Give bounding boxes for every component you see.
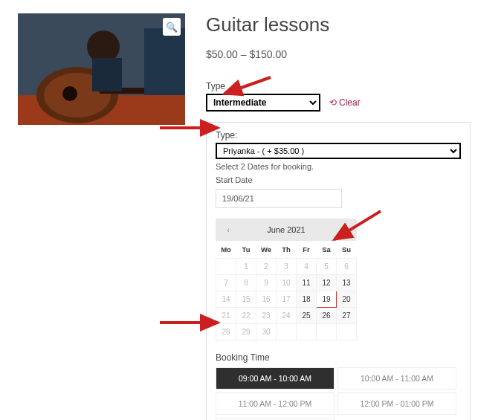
calendar-month: June 2021 bbox=[267, 225, 305, 234]
calendar-day bbox=[317, 324, 337, 340]
calendar-day: 29 bbox=[236, 324, 256, 340]
calendar-day: 28 bbox=[216, 324, 236, 340]
clear-text: Clear bbox=[339, 97, 361, 108]
calendar-day[interactable]: 27 bbox=[337, 308, 357, 324]
calendar-day: 6 bbox=[337, 259, 357, 275]
calendar-day: 3 bbox=[277, 259, 297, 275]
start-date-label: Start Date bbox=[216, 175, 461, 184]
svg-point-4 bbox=[62, 86, 77, 101]
calendar-day: 2 bbox=[256, 259, 277, 275]
calendar-day: 21 bbox=[216, 308, 236, 324]
calendar-day bbox=[277, 324, 297, 340]
calendar-dow: Fr bbox=[297, 241, 317, 259]
type-label: Type bbox=[206, 81, 486, 91]
calendar-day: 5 bbox=[317, 259, 337, 275]
calendar-day: 7 bbox=[216, 275, 236, 291]
calendar-day: 22 bbox=[236, 308, 256, 324]
calendar-dow: Mo bbox=[216, 241, 236, 259]
calendar-day: 1 bbox=[236, 259, 256, 275]
booking-panel: Type: Priyanka - ( + $35.00 ) Select 2 D… bbox=[206, 122, 471, 420]
calendar-day[interactable]: 11 bbox=[297, 275, 317, 291]
svg-rect-8 bbox=[144, 28, 185, 95]
time-slot[interactable]: 11:00 AM - 12:00 PM bbox=[216, 392, 335, 415]
calendar-day: 15 bbox=[236, 291, 256, 308]
calendar-day: 14 bbox=[216, 291, 236, 308]
price-range: $50.00 – $150.00 bbox=[206, 48, 486, 60]
time-slot[interactable]: 10:00 AM - 11:00 AM bbox=[337, 367, 456, 390]
calendar-day[interactable]: 13 bbox=[337, 275, 357, 291]
calendar-dow: Th bbox=[277, 241, 297, 259]
calendar-dow: Tu bbox=[236, 241, 256, 259]
time-slot[interactable]: 12:00 PM - 01:00 PM bbox=[337, 392, 456, 415]
time-slot[interactable]: 09:00 AM - 10:00 AM bbox=[216, 367, 335, 390]
zoom-icon[interactable]: 🔍 bbox=[163, 18, 181, 36]
calendar-day[interactable]: 18 bbox=[297, 291, 317, 308]
calendar-day: 30 bbox=[256, 324, 277, 340]
calendar-day: 10 bbox=[277, 275, 297, 291]
start-date-input[interactable] bbox=[216, 189, 342, 208]
calendar-day bbox=[297, 324, 317, 340]
calendar: ‹ June 2021 › MoTuWeThFrSaSu 12345678910… bbox=[216, 219, 357, 340]
helper-text: Select 2 Dates for booking. bbox=[216, 162, 461, 171]
calendar-day[interactable]: 25 bbox=[297, 308, 317, 324]
calendar-day: 17 bbox=[277, 291, 297, 308]
calendar-dow: We bbox=[256, 241, 277, 259]
calendar-day[interactable]: 26 bbox=[317, 308, 337, 324]
calendar-day: 24 bbox=[277, 308, 297, 324]
calendar-day: 8 bbox=[236, 275, 256, 291]
calendar-day: 9 bbox=[256, 275, 277, 291]
calendar-day: 4 bbox=[297, 259, 317, 275]
svg-rect-7 bbox=[92, 58, 122, 91]
booking-time-label: Booking Time bbox=[216, 352, 461, 363]
product-image[interactable]: 🔍 bbox=[18, 13, 185, 125]
teacher-label: Type: bbox=[216, 130, 461, 140]
calendar-dow: Su bbox=[337, 241, 357, 259]
teacher-select[interactable]: Priyanka - ( + $35.00 ) bbox=[216, 143, 461, 159]
calendar-day[interactable]: 19 bbox=[317, 291, 337, 308]
calendar-day[interactable]: 20 bbox=[337, 291, 357, 308]
product-title: Guitar lessons bbox=[206, 13, 486, 36]
calendar-day: 23 bbox=[256, 308, 277, 324]
prev-month-button[interactable]: ‹ bbox=[222, 223, 235, 236]
calendar-day[interactable]: 12 bbox=[317, 275, 337, 291]
refresh-icon: ⟲ bbox=[329, 97, 337, 108]
calendar-day bbox=[216, 259, 236, 275]
calendar-day bbox=[337, 324, 357, 340]
next-month-button[interactable]: › bbox=[337, 223, 351, 236]
type-select[interactable]: Intermediate bbox=[206, 94, 320, 112]
clear-link[interactable]: ⟲ Clear bbox=[329, 97, 361, 108]
calendar-day: 16 bbox=[256, 291, 277, 308]
calendar-dow: Sa bbox=[317, 241, 337, 259]
